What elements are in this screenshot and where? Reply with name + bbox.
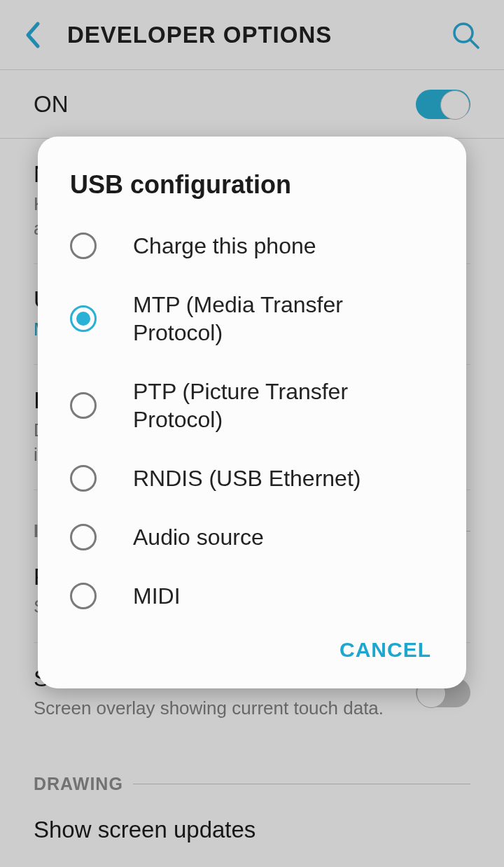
radio-icon	[70, 465, 97, 492]
usb-config-dialog: USB configuration Charge this phone MTP …	[38, 137, 466, 688]
dialog-actions: CANCEL	[38, 625, 466, 669]
option-audio[interactable]: Audio source	[38, 508, 466, 567]
dialog-title: USB configuration	[38, 170, 466, 216]
option-label: MTP (Media Transfer Protocol)	[133, 291, 434, 347]
radio-icon	[70, 233, 97, 259]
option-ptp[interactable]: PTP (Picture Transfer Protocol)	[38, 362, 466, 449]
radio-icon	[70, 392, 97, 419]
option-mtp[interactable]: MTP (Media Transfer Protocol)	[38, 275, 466, 362]
radio-icon	[70, 524, 97, 550]
cancel-button[interactable]: CANCEL	[340, 638, 431, 662]
option-rndis[interactable]: RNDIS (USB Ethernet)	[38, 449, 466, 508]
option-label: Audio source	[133, 523, 264, 551]
option-label: MIDI	[133, 582, 181, 610]
option-label: RNDIS (USB Ethernet)	[133, 464, 360, 492]
option-midi[interactable]: MIDI	[38, 567, 466, 625]
option-label: PTP (Picture Transfer Protocol)	[133, 377, 434, 434]
radio-icon	[70, 583, 97, 609]
option-charge[interactable]: Charge this phone	[38, 216, 466, 275]
radio-icon-selected	[70, 305, 97, 332]
option-label: Charge this phone	[133, 232, 316, 260]
